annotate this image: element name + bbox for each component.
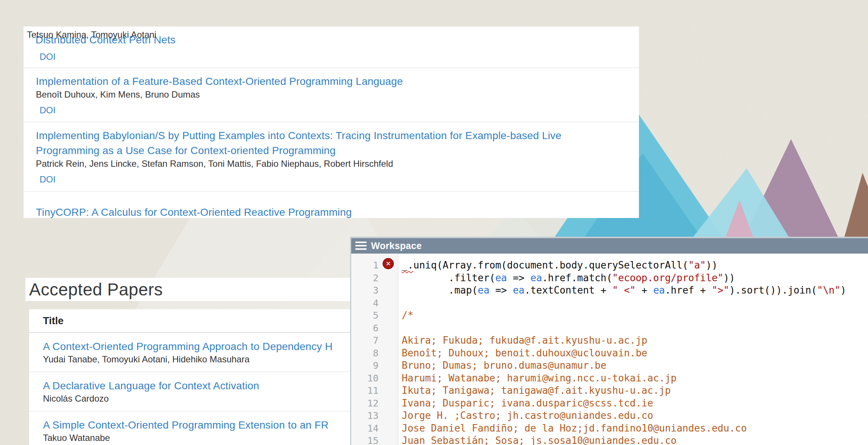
- line-number: 13: [351, 409, 398, 422]
- paper-row: Implementation of a Feature-Based Contex…: [24, 68, 639, 122]
- comment-token: Benoît; Duhoux; benoit.duhoux@uclouvain.…: [402, 347, 647, 359]
- code-line[interactable]: [402, 322, 868, 335]
- code-line[interactable]: Juan Sebastián; Sosa; js.sosa10@uniandes…: [402, 435, 868, 445]
- paper-row: Tetsuo Kamina, Tomoyuki Aotani Distribut…: [24, 27, 639, 68]
- paper-authors: Benoît Duhoux, Kim Mens, Bruno Dumas: [36, 89, 624, 100]
- line-number: 14: [351, 422, 398, 435]
- code-token: ).sort()).join(: [729, 285, 817, 296]
- papers-list-panel: Tetsuo Kamina, Tomoyuki Aotani Distribut…: [24, 27, 639, 218]
- string-token: "a": [688, 260, 706, 271]
- line-number: 5: [351, 309, 398, 322]
- hamburger-menu-icon[interactable]: [355, 242, 367, 250]
- error-token: _.: [402, 260, 413, 271]
- decor-triangle-lightcyan: [691, 168, 790, 239]
- code-token: .textContent +: [525, 285, 612, 296]
- code-line[interactable]: Benoît; Duhoux; benoit.duhoux@uclouvain.…: [402, 347, 868, 360]
- paper-authors: Patrick Rein, Jens Lincke, Stefan Ramson…: [36, 158, 624, 169]
- line-number: 3: [351, 284, 398, 297]
- decor-triangle-brown: [844, 173, 868, 239]
- string-token: ">": [712, 285, 729, 296]
- code-token: =>: [489, 285, 513, 296]
- paper-row: Implementing Babylonian/S by Putting Exa…: [24, 122, 639, 191]
- comment-token: /*: [402, 310, 413, 321]
- doi-link[interactable]: DOI: [40, 174, 56, 185]
- window-title: Workspace: [371, 240, 422, 251]
- page-background: Tetsuo Kamina, Tomoyuki Aotani Distribut…: [0, 0, 868, 445]
- doi-link[interactable]: DOI: [40, 51, 56, 62]
- paper-title-link[interactable]: TinyCORP: A Calculus for Context-Oriente…: [36, 205, 624, 218]
- code-line[interactable]: .map(ea => ea.textContent + " <" + ea.hr…: [402, 284, 868, 297]
- code-token: .map(: [402, 285, 478, 296]
- code-line[interactable]: /*: [402, 309, 868, 322]
- line-number: 7: [351, 334, 398, 347]
- code-line[interactable]: .filter(ea => ea.href.match("ecoop.org/p…: [402, 272, 868, 285]
- code-line[interactable]: Bruno; Dumas; bruno.dumas@unamur.be: [402, 359, 868, 372]
- line-number: 12: [351, 397, 398, 410]
- comment-token: Harumi; Watanabe; harumi@wing.ncc.u-toka…: [402, 372, 677, 384]
- code-line[interactable]: Harumi; Watanabe; harumi@wing.ncc.u-toka…: [402, 372, 868, 385]
- identifier-token: ea: [478, 285, 489, 296]
- identifier-token: ea: [495, 272, 507, 283]
- comment-token: Akira; Fukuda; fukuda@f.ait.kyushu-u.ac.…: [402, 335, 647, 346]
- paper-authors: Tetsuo Kamina, Tomoyuki Aotani: [27, 29, 156, 40]
- identifier-token: ea: [513, 285, 524, 296]
- error-icon[interactable]: ✕: [383, 258, 394, 269]
- doi-link[interactable]: DOI: [40, 105, 56, 116]
- code-token: .href.match(: [542, 272, 612, 283]
- line-number: 15: [351, 435, 398, 445]
- code-token: +: [636, 285, 653, 296]
- line-number: 9: [351, 359, 398, 372]
- code-token: )): [706, 260, 717, 271]
- page-title: Accepted Papers: [29, 279, 163, 300]
- line-number: 11: [351, 384, 398, 397]
- line-number: 8: [351, 347, 398, 360]
- code-line[interactable]: Ivana; Dusparic; ivana.dusparic@scss.tcd…: [402, 397, 868, 410]
- code-token: uniq(Array.from(document.body.querySelec…: [413, 260, 688, 271]
- code-line[interactable]: Akira; Fukuda; fukuda@f.ait.kyushu-u.ac.…: [402, 334, 868, 347]
- workspace-titlebar[interactable]: Workspace: [351, 238, 868, 254]
- decor-triangle-mauve: [743, 139, 839, 239]
- string-token: " <": [612, 285, 636, 296]
- comment-token: Ikuta; Tanigawa; tanigawa@f.ait.kyushu-u…: [402, 385, 671, 396]
- workspace-code[interactable]: _.uniq(Array.from(document.body.querySel…: [398, 254, 868, 445]
- decor-triangle-pink: [725, 200, 754, 239]
- line-number: 6: [351, 322, 398, 335]
- code-line[interactable]: Jose Daniel Fandiño; de la Hoz;jd.fandin…: [402, 422, 868, 435]
- workspace-editor: ✕ 123456789101112131415 _.uniq(Array.fro…: [351, 254, 868, 445]
- comment-token: Jorge H. ;Castro; jh.castro@uniandes.edu…: [402, 410, 653, 421]
- comment-token: Bruno; Dumas; bruno.dumas@unamur.be: [402, 360, 606, 371]
- line-number: 10: [351, 372, 398, 385]
- comment-token: Jose Daniel Fandiño; de la Hoz;jd.fandin…: [402, 423, 747, 434]
- workspace-gutter: ✕ 123456789101112131415: [351, 254, 398, 445]
- workspace-window: Workspace ✕ 123456789101112131415 _.uniq…: [350, 237, 868, 445]
- paper-title-link[interactable]: Implementation of a Feature-Based Contex…: [36, 74, 624, 89]
- code-line[interactable]: [402, 297, 868, 310]
- line-number: 4: [351, 297, 398, 310]
- code-line[interactable]: _.uniq(Array.from(document.body.querySel…: [402, 259, 868, 272]
- string-token: "\n": [817, 285, 840, 296]
- code-token: ): [840, 285, 846, 296]
- code-token: =>: [507, 272, 531, 283]
- string-token: "ecoop.org/profile": [612, 272, 723, 283]
- code-token: .href +: [665, 285, 711, 296]
- code-token: .filter(: [402, 272, 495, 283]
- line-number: 2: [351, 272, 398, 285]
- comment-token: Juan Sebastián; Sosa; js.sosa10@uniandes…: [402, 435, 677, 445]
- identifier-token: ea: [653, 285, 665, 296]
- code-line[interactable]: Ikuta; Tanigawa; tanigawa@f.ait.kyushu-u…: [402, 384, 868, 397]
- identifier-token: ea: [530, 272, 542, 283]
- code-line[interactable]: Jorge H. ;Castro; jh.castro@uniandes.edu…: [402, 409, 868, 422]
- paper-title-link[interactable]: Implementing Babylonian/S by Putting Exa…: [36, 128, 624, 158]
- comment-token: Ivana; Dusparic; ivana.dusparic@scss.tcd…: [402, 398, 653, 409]
- code-token: )): [723, 272, 735, 283]
- paper-row: TinyCORP: A Calculus for Context-Oriente…: [24, 191, 639, 218]
